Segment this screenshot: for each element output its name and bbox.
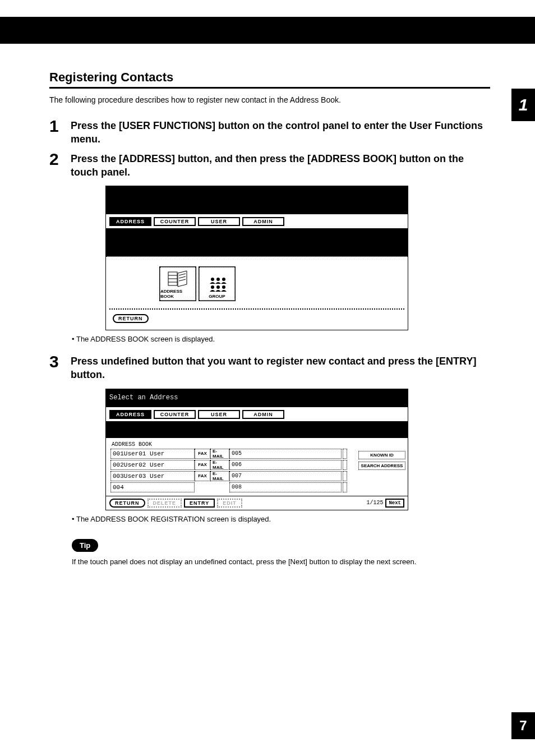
- svg-line-5: [179, 276, 186, 278]
- delete-button[interactable]: DELETE: [147, 499, 182, 508]
- page: 1 Registering Contacts The following pro…: [0, 0, 535, 756]
- group-icon: [206, 275, 228, 293]
- tip-text: If the touch panel does not display an u…: [72, 557, 490, 566]
- tab-admin[interactable]: ADMIN: [242, 410, 284, 419]
- tab-user[interactable]: USER: [198, 410, 240, 419]
- screenshot-1-wrap: ADDRESS COUNTER USER ADMIN: [105, 186, 490, 330]
- screenshot-2-wrap: Select an Address ADDRESS COUNTER USER A…: [105, 389, 490, 510]
- row-id: 002: [113, 462, 124, 468]
- return-button[interactable]: RETURN: [113, 314, 149, 323]
- svg-point-11: [216, 285, 220, 289]
- tip-badge: Tip: [72, 539, 98, 552]
- tab-address[interactable]: ADDRESS: [109, 217, 151, 226]
- row-num[interactable]: 008: [229, 482, 342, 492]
- page-number: 7: [511, 712, 535, 739]
- step-1: 1 Press the [USER FUNCTIONS] button on t…: [49, 118, 490, 146]
- address-list: 001User01 User FAX E-MAIL 005 002User02 …: [110, 449, 355, 494]
- address-book-icon: [167, 270, 189, 288]
- tab-address[interactable]: ADDRESS: [109, 410, 151, 419]
- email-button[interactable]: E-MAIL: [210, 449, 229, 459]
- step-text: Press the [USER FUNCTIONS] button on the…: [71, 118, 490, 146]
- svg-point-12: [222, 285, 225, 289]
- note-2: The ADDRESS BOOK REGISTRATION screen is …: [72, 515, 490, 523]
- content-area: Registering Contacts The following proce…: [0, 17, 535, 566]
- search-address-button[interactable]: SEARCH ADDRESS: [358, 462, 405, 470]
- tab-user[interactable]: USER: [198, 217, 240, 226]
- scroll-marker: [343, 471, 347, 481]
- fax-button[interactable]: FAX: [195, 460, 210, 470]
- tab-counter[interactable]: COUNTER: [154, 217, 196, 226]
- row-id: 001: [113, 450, 124, 457]
- tab-row: ADDRESS COUNTER USER ADMIN: [106, 214, 408, 228]
- svg-line-6: [179, 279, 186, 281]
- step-2: 2 Press the [ADDRESS] button, and then p…: [49, 151, 490, 179]
- address-book-label: ADDRESS BOOK: [160, 289, 195, 299]
- table-row[interactable]: 002User02 User FAX E-MAIL 006: [110, 460, 355, 470]
- next-button[interactable]: Next: [385, 499, 404, 508]
- list-heading: ADDRESS BOOK: [112, 441, 405, 448]
- group-button[interactable]: GROUP: [199, 267, 235, 301]
- step-text: Press undefined button that you want to …: [71, 353, 490, 382]
- scroll-marker: [343, 460, 347, 470]
- tab-admin[interactable]: ADMIN: [242, 217, 284, 226]
- section-heading: Registering Contacts: [49, 70, 490, 89]
- svg-point-10: [211, 285, 214, 289]
- svg-point-9: [222, 278, 225, 281]
- screenshot-2-footer: RETURN DELETE ENTRY EDIT 1/125 Next: [106, 496, 408, 510]
- screenshot-1-body: ADDRESS BOOK GROUP: [106, 256, 408, 330]
- tab-row: ADDRESS COUNTER USER ADMIN: [106, 407, 408, 421]
- pager: 1/125 Next: [366, 499, 404, 508]
- step-number: 1: [49, 118, 71, 146]
- screenshot-2-body: ADDRESS BOOK 001User01 User FAX E-MAIL 0…: [106, 438, 408, 496]
- row-name: User03 User: [124, 473, 165, 480]
- screenshot-1: ADDRESS COUNTER USER ADMIN: [105, 186, 408, 330]
- row-num[interactable]: 007: [229, 471, 342, 481]
- table-row[interactable]: 003User03 User FAX E-MAIL 007: [110, 471, 355, 481]
- row-num[interactable]: 006: [229, 460, 342, 470]
- email-button[interactable]: E-MAIL: [210, 471, 229, 481]
- email-button[interactable]: E-MAIL: [210, 460, 229, 470]
- fax-button[interactable]: FAX: [195, 449, 210, 459]
- screen-title: Select an Address: [109, 394, 178, 402]
- row-id: 004: [113, 484, 124, 491]
- return-button[interactable]: RETURN: [109, 499, 145, 508]
- row-num[interactable]: 005: [229, 449, 342, 459]
- page-indicator: 1/125: [366, 500, 383, 506]
- known-id-button[interactable]: KNOWN ID: [358, 451, 405, 459]
- note-1: The ADDRESS BOOK screen is displayed.: [72, 335, 490, 343]
- screenshot-1-footer: RETURN: [109, 308, 404, 326]
- row-id: 003: [113, 473, 124, 480]
- svg-line-4: [179, 274, 186, 275]
- row-name: User02 User: [124, 462, 165, 468]
- step-number: 2: [49, 151, 71, 179]
- scroll-marker: [343, 449, 347, 459]
- entry-button[interactable]: ENTRY: [184, 499, 215, 508]
- edit-button[interactable]: EDIT: [217, 499, 242, 508]
- svg-point-7: [211, 278, 214, 281]
- step-number: 3: [49, 353, 71, 382]
- step-text: Press the [ADDRESS] button, and then pre…: [71, 151, 490, 179]
- scroll-marker: [343, 482, 347, 492]
- group-label: GROUP: [209, 294, 225, 299]
- table-row[interactable]: 004 008: [110, 482, 355, 492]
- tab-counter[interactable]: COUNTER: [154, 410, 196, 419]
- fax-button[interactable]: FAX: [195, 471, 210, 481]
- row-name: User01 User: [124, 450, 165, 457]
- address-book-button[interactable]: ADDRESS BOOK: [160, 267, 196, 301]
- table-row[interactable]: 001User01 User FAX E-MAIL 005: [110, 449, 355, 459]
- intro-text: The following procedure describes how to…: [49, 95, 490, 104]
- svg-point-8: [216, 278, 220, 281]
- screenshot-2: Select an Address ADDRESS COUNTER USER A…: [105, 389, 408, 510]
- step-3: 3 Press undefined button that you want t…: [49, 353, 490, 382]
